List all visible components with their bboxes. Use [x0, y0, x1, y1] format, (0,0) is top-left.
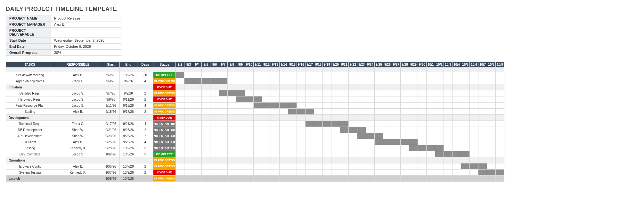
task-name-cell[interactable]: Dev. Complete: [6, 151, 54, 157]
status-cell[interactable]: NOT STARTED: [153, 133, 176, 139]
meta-value[interactable]: [51, 28, 121, 37]
start-cell[interactable]: 9/17/26: [102, 121, 120, 127]
meta-value[interactable]: Alex B.: [51, 21, 121, 28]
status-cell[interactable]: IN PROGRESS: [153, 103, 176, 109]
days-cell[interactable]: 4: [137, 139, 153, 145]
status-cell[interactable]: OVERDUE: [153, 96, 176, 103]
gantt-bar-cell: [236, 90, 245, 96]
days-cell[interactable]: 4: [137, 121, 153, 127]
end-cell[interactable]: 9/25/26: [120, 133, 137, 139]
task-name-cell[interactable]: System Testing: [6, 170, 54, 176]
start-cell[interactable]: 9/15/26: [102, 109, 120, 115]
days-cell[interactable]: 2: [137, 133, 153, 139]
days-cell[interactable]: 2: [137, 96, 153, 103]
status-cell[interactable]: IN PROGRESS: [153, 109, 176, 115]
gantt-day-cell: [202, 176, 210, 182]
end-cell[interactable]: 9/9/26: [120, 90, 137, 96]
start-cell[interactable]: 9/29/26: [102, 145, 120, 151]
days-cell[interactable]: 4: [137, 78, 153, 84]
start-cell[interactable]: 10/9/26: [102, 176, 120, 182]
gantt-bar-cell: [184, 78, 193, 84]
responsible-cell[interactable]: Shari W.: [54, 133, 102, 139]
task-name-cell[interactable]: Staffing: [6, 109, 54, 115]
status-cell[interactable]: IN PROGRESS: [153, 90, 176, 96]
meta-value[interactable]: Product Release: [51, 15, 121, 21]
meta-value[interactable]: 20%: [51, 50, 121, 56]
days-cell[interactable]: 3: [137, 145, 153, 151]
days-cell[interactable]: 4: [137, 103, 153, 109]
task-name-cell[interactable]: Agree on objectives: [6, 78, 54, 84]
status-cell[interactable]: IN PROGRESS: [153, 78, 176, 84]
end-cell[interactable]: 10/9/26: [120, 176, 137, 182]
start-cell[interactable]: 9/2/26: [102, 72, 120, 78]
end-cell[interactable]: 9/29/26: [120, 139, 137, 145]
responsible-cell[interactable]: Alex B.: [54, 163, 102, 170]
status-cell[interactable]: OVERDUE: [153, 170, 176, 176]
responsible-cell[interactable]: Frank C.: [54, 78, 102, 84]
start-cell[interactable]: 9/9/26: [102, 96, 120, 103]
responsible-cell[interactable]: Frank C.: [54, 121, 102, 127]
status-cell[interactable]: OVERDUE: [153, 115, 176, 121]
status-cell[interactable]: COMPLETE: [153, 151, 176, 157]
task-name-cell[interactable]: Techincal Reqs.: [6, 121, 54, 127]
start-cell[interactable]: 9/25/26: [102, 139, 120, 145]
responsible-cell[interactable]: Shari W.: [54, 127, 102, 133]
task-name-cell[interactable]: API Development: [6, 133, 54, 139]
status-cell[interactable]: IN PROGRESS: [153, 176, 176, 182]
end-cell[interactable]: 9/21/26: [120, 121, 137, 127]
task-name-cell[interactable]: Final Resource Plan: [6, 103, 54, 109]
start-cell[interactable]: 9/11/26: [102, 103, 120, 109]
end-cell[interactable]: 9/15/26: [120, 103, 137, 109]
task-name-cell[interactable]: UI Client: [6, 139, 54, 145]
days-cell[interactable]: 2: [137, 90, 153, 96]
task-name-cell[interactable]: Hardware Config.: [6, 163, 54, 170]
responsible-cell[interactable]: Jacob S.: [54, 90, 102, 96]
responsible-cell[interactable]: Kennedy K.: [54, 170, 102, 176]
task-name-cell[interactable]: Set kick-off meeting: [6, 72, 54, 78]
days-cell[interactable]: 3: [137, 151, 153, 157]
end-cell[interactable]: 9/11/26: [120, 96, 137, 103]
status-cell[interactable]: NOT STARTED: [153, 121, 176, 127]
task-name-cell[interactable]: Hardward Reqs.: [6, 96, 54, 103]
days-cell[interactable]: 30: [137, 72, 153, 78]
meta-value[interactable]: Friday, October 9, 2026: [51, 44, 121, 50]
days-cell[interactable]: 2: [137, 170, 153, 176]
status-cell[interactable]: IN PROGRESS: [153, 163, 176, 170]
end-cell[interactable]: 9/17/26: [120, 109, 137, 115]
responsible-cell[interactable]: Jacob S.: [54, 103, 102, 109]
responsible-cell[interactable]: Alex B.: [54, 109, 102, 115]
end-cell[interactable]: 9/23/26: [120, 127, 137, 133]
responsible-cell[interactable]: Alex B.: [54, 72, 102, 78]
header-date: 9/6: [210, 62, 219, 68]
start-cell[interactable]: 10/5/26: [102, 163, 120, 170]
end-cell[interactable]: 10/5/26: [120, 151, 137, 157]
start-cell[interactable]: 9/3/26: [102, 78, 120, 84]
status-cell[interactable]: NOT STARTED: [153, 145, 176, 151]
days-cell[interactable]: 2: [137, 109, 153, 115]
task-name-cell[interactable]: DB Development: [6, 127, 54, 133]
start-cell[interactable]: 9/7/26: [102, 90, 120, 96]
end-cell[interactable]: 9/7/26: [120, 78, 137, 84]
days-cell[interactable]: 2: [137, 127, 153, 133]
status-cell[interactable]: NOT STARTED: [153, 139, 176, 145]
status-cell[interactable]: IN PROGRESS: [153, 157, 176, 163]
status-cell[interactable]: OVERDUE: [153, 84, 176, 90]
end-cell[interactable]: 10/2/26: [120, 72, 137, 78]
start-cell[interactable]: 9/21/26: [102, 127, 120, 133]
task-name-cell[interactable]: Testing: [6, 145, 54, 151]
meta-value[interactable]: Wednesday, September 2, 2026: [51, 37, 121, 44]
status-cell[interactable]: NOT STARTED: [153, 127, 176, 133]
end-cell[interactable]: 10/7/26: [120, 163, 137, 170]
start-cell[interactable]: 9/23/26: [102, 133, 120, 139]
status-cell[interactable]: COMPLETE: [153, 72, 176, 78]
start-cell[interactable]: 10/2/26: [102, 151, 120, 157]
task-name-cell[interactable]: Detailed Reqs.: [6, 90, 54, 96]
end-cell[interactable]: 10/2/26: [120, 145, 137, 151]
responsible-cell[interactable]: Jacob S.: [54, 96, 102, 103]
responsible-cell[interactable]: Kennedy K.: [54, 145, 102, 151]
days-cell[interactable]: 2: [137, 163, 153, 170]
end-cell[interactable]: 10/9/26: [120, 170, 137, 176]
start-cell[interactable]: 10/7/26: [102, 170, 120, 176]
responsible-cell[interactable]: Alex B.: [54, 139, 102, 145]
responsible-cell[interactable]: Jacob S.: [54, 151, 102, 157]
